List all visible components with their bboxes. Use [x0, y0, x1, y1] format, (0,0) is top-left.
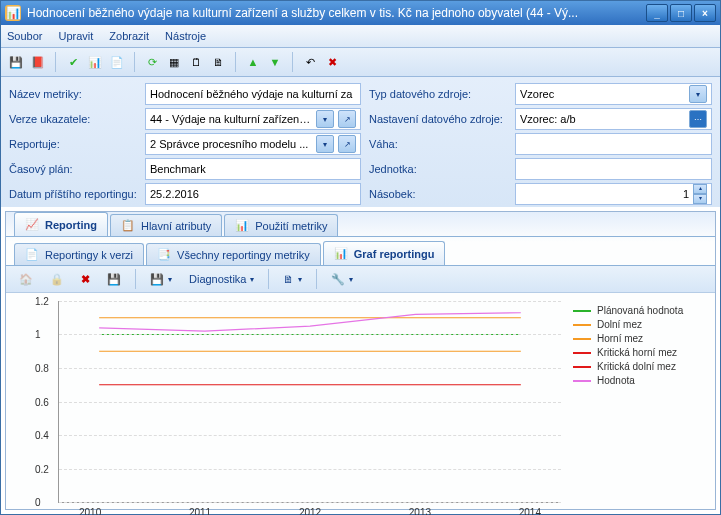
- field-plan[interactable]: Benchmark: [145, 158, 361, 180]
- legend-swatch: [573, 310, 591, 312]
- menu-file[interactable]: Soubor: [7, 30, 42, 42]
- doc-icon: 📄: [25, 248, 39, 262]
- field-rep[interactable]: 2 Správce procesního modelu ...▾↗: [145, 133, 361, 155]
- tab-usage[interactable]: 📊Použití metriky: [224, 214, 338, 236]
- app-window: 📊 Hodnocení běžného výdaje na kulturní z…: [0, 0, 721, 515]
- label-name: Název metriky:: [9, 88, 137, 100]
- field-unit[interactable]: [515, 158, 712, 180]
- lock-icon[interactable]: 🔒: [43, 268, 71, 290]
- delete-icon[interactable]: ✖: [74, 268, 97, 290]
- save-chart-icon[interactable]: 💾: [100, 268, 128, 290]
- field-mult[interactable]: 1▴▾: [515, 183, 712, 205]
- spin-down-icon: ▾: [693, 194, 707, 204]
- chart-icon[interactable]: 📊: [86, 53, 104, 71]
- docs-icon: 📑: [157, 248, 171, 262]
- y-tick: 0.8: [35, 362, 49, 373]
- legend-swatch: [573, 324, 591, 326]
- bar-icon: 📊: [235, 219, 249, 233]
- legend-item: Plánovaná hodnota: [573, 305, 703, 316]
- subtab-all[interactable]: 📑Všechny reportingy metriky: [146, 243, 321, 265]
- legend-swatch: [573, 338, 591, 340]
- menu-view[interactable]: Zobrazit: [109, 30, 149, 42]
- legend-label: Horní mez: [597, 333, 643, 344]
- legend-item: Horní mez: [573, 333, 703, 344]
- label-type: Typ datového zdroje:: [369, 88, 507, 100]
- label-plan: Časový plán:: [9, 163, 137, 175]
- report-icon[interactable]: 📄: [108, 53, 126, 71]
- diagnostics-dropdown[interactable]: Diagnostika ▾: [182, 268, 261, 290]
- chevron-down-icon[interactable]: ▾: [316, 135, 334, 153]
- ellipsis-icon[interactable]: ⋯: [689, 110, 707, 128]
- link-icon[interactable]: ↗: [338, 135, 356, 153]
- detail-icon[interactable]: 🗒: [187, 53, 205, 71]
- sub-tabbar: 📄Reportingy k verzi 📑Všechny reportingy …: [6, 237, 715, 266]
- legend-label: Dolní mez: [597, 319, 642, 330]
- chart-icon: 📊: [334, 247, 348, 261]
- grid-icon[interactable]: ▦: [165, 53, 183, 71]
- main-tabbar: 📈Reporting 📋Hlavní atributy 📊Použití met…: [6, 212, 715, 237]
- y-tick: 0.6: [35, 396, 49, 407]
- preset-dropdown[interactable]: 💾 ▾: [143, 268, 179, 290]
- field-dset[interactable]: Vzorec: a/b⋯: [515, 108, 712, 130]
- field-next[interactable]: 25.2.2016: [145, 183, 361, 205]
- legend-swatch: [573, 380, 591, 382]
- label-ver: Verze ukazatele:: [9, 113, 137, 125]
- tabs-container: 📈Reporting 📋Hlavní atributy 📊Použití met…: [5, 211, 716, 510]
- link-icon[interactable]: ↗: [338, 110, 356, 128]
- field-type[interactable]: Vzorec▾: [515, 83, 712, 105]
- label-dset: Nastavení datového zdroje:: [369, 113, 507, 125]
- legend-label: Hodnota: [597, 375, 635, 386]
- field-name[interactable]: Hodnocení běžného výdaje na kulturní za: [145, 83, 361, 105]
- y-tick: 0.2: [35, 463, 49, 474]
- menu-edit[interactable]: Upravit: [58, 30, 93, 42]
- field-ver[interactable]: 44 - Výdaje na kulturní zařízení ...▾↗: [145, 108, 361, 130]
- label-unit: Jednotka:: [369, 163, 507, 175]
- save-close-icon[interactable]: 📕: [29, 53, 47, 71]
- x-tick: 2010: [79, 507, 101, 515]
- label-next: Datum příštího reportingu:: [9, 188, 137, 200]
- save-icon[interactable]: 💾: [7, 53, 25, 71]
- close-button[interactable]: ×: [694, 4, 716, 22]
- legend-item: Kritická dolní mez: [573, 361, 703, 372]
- x-tick: 2012: [299, 507, 321, 515]
- maximize-button[interactable]: □: [670, 4, 692, 22]
- y-tick: 1: [35, 329, 41, 340]
- y-tick: 0.4: [35, 429, 49, 440]
- subtab-graph[interactable]: 📊Graf reportingu: [323, 241, 446, 265]
- label-mult: Násobek:: [369, 188, 507, 200]
- list-icon: 📋: [121, 219, 135, 233]
- subtab-version[interactable]: 📄Reportingy k verzi: [14, 243, 144, 265]
- home-icon[interactable]: 🏠: [12, 268, 40, 290]
- menu-tools[interactable]: Nástroje: [165, 30, 206, 42]
- x-tick: 2014: [519, 507, 541, 515]
- legend-item: Hodnota: [573, 375, 703, 386]
- approve-icon[interactable]: ✔: [64, 53, 82, 71]
- down-icon[interactable]: ▼: [266, 53, 284, 71]
- spinner[interactable]: ▴▾: [693, 184, 707, 204]
- refresh-icon[interactable]: ⟳: [143, 53, 161, 71]
- chart-plot[interactable]: 20102011201220132014 00.20.40.60.811.2: [58, 301, 561, 503]
- delete-icon[interactable]: ✖: [323, 53, 341, 71]
- legend-label: Kritická dolní mez: [597, 361, 676, 372]
- export-chart-dropdown[interactable]: 🗎 ▾: [276, 268, 309, 290]
- app-icon: 📊: [5, 5, 21, 21]
- settings-icon[interactable]: 🔧 ▾: [324, 268, 360, 290]
- field-weight[interactable]: [515, 133, 712, 155]
- chevron-down-icon[interactable]: ▾: [316, 110, 334, 128]
- form-area: Název metriky: Hodnocení běžného výdaje …: [1, 77, 720, 207]
- legend-item: Kritická horní mez: [573, 347, 703, 358]
- label-weight: Váha:: [369, 138, 507, 150]
- minimize-button[interactable]: _: [646, 4, 668, 22]
- window-title: Hodnocení běžného výdaje na kulturní zař…: [27, 6, 646, 20]
- chevron-down-icon[interactable]: ▾: [689, 85, 707, 103]
- up-icon[interactable]: ▲: [244, 53, 262, 71]
- x-axis: 20102011201220132014: [59, 507, 561, 515]
- tab-reporting[interactable]: 📈Reporting: [14, 212, 108, 236]
- export-icon[interactable]: 🗎: [209, 53, 227, 71]
- undo-icon[interactable]: ↶: [301, 53, 319, 71]
- tab-attributes[interactable]: 📋Hlavní atributy: [110, 214, 222, 236]
- chart-toolbar: 🏠 🔒 ✖ 💾 💾 ▾ Diagnostika ▾ 🗎 ▾ 🔧 ▾: [6, 266, 715, 293]
- legend-item: Dolní mez: [573, 319, 703, 330]
- label-rep: Reportuje:: [9, 138, 137, 150]
- x-tick: 2013: [409, 507, 431, 515]
